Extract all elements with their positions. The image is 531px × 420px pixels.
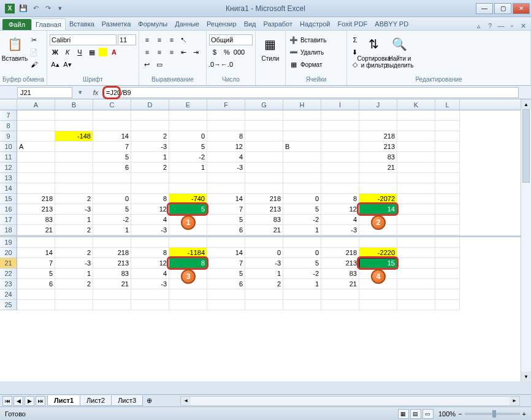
row-header[interactable]: 25 xyxy=(0,300,17,310)
cell[interactable]: -3 xyxy=(245,258,283,269)
font-size-select[interactable]: 11 xyxy=(118,34,136,45)
cell[interactable]: 6 xyxy=(93,162,131,173)
cell[interactable] xyxy=(359,215,397,225)
cell[interactable]: 2 xyxy=(55,194,93,204)
cell[interactable] xyxy=(55,237,93,248)
cell[interactable] xyxy=(245,183,283,194)
cell[interactable] xyxy=(359,269,397,279)
cell[interactable] xyxy=(283,300,321,310)
column-header[interactable]: H xyxy=(283,99,321,110)
cell[interactable]: 5 xyxy=(93,152,131,162)
row-header[interactable]: 18 xyxy=(0,225,17,235)
cell[interactable] xyxy=(359,279,397,289)
cell[interactable] xyxy=(17,300,55,310)
formula-input[interactable]: =J20/B9 xyxy=(103,87,519,98)
cell[interactable]: 218 xyxy=(321,248,359,258)
cell[interactable] xyxy=(397,237,435,248)
cell[interactable]: -2 xyxy=(283,215,321,225)
scroll-thumb[interactable] xyxy=(522,109,530,183)
cell[interactable] xyxy=(435,121,460,131)
row-header[interactable]: 17 xyxy=(0,215,17,225)
cell[interactable] xyxy=(245,173,283,183)
cell[interactable]: 7 xyxy=(207,258,245,269)
cell[interactable]: 213 xyxy=(17,204,55,215)
cell[interactable]: 8 xyxy=(131,194,169,204)
cell[interactable]: 6 xyxy=(17,279,55,289)
cell[interactable] xyxy=(207,183,245,194)
cell[interactable] xyxy=(17,121,55,131)
cell[interactable] xyxy=(397,142,435,152)
cell[interactable]: 83 xyxy=(321,269,359,279)
cell[interactable]: -2220 xyxy=(359,248,397,258)
cell[interactable] xyxy=(169,279,207,289)
fx-icon[interactable]: fx xyxy=(88,89,103,96)
cell[interactable]: 14 xyxy=(17,248,55,258)
cell[interactable] xyxy=(283,110,321,121)
cut-icon[interactable]: ✂ xyxy=(28,34,39,45)
align-bottom-icon[interactable]: ≡ xyxy=(166,34,177,45)
cell[interactable]: 213 xyxy=(321,258,359,269)
cell[interactable] xyxy=(435,269,460,279)
cell[interactable] xyxy=(435,300,460,310)
doc-minimize-icon[interactable]: — xyxy=(497,22,505,30)
cell[interactable] xyxy=(397,173,435,183)
cell[interactable]: 1 xyxy=(55,215,93,225)
help-icon[interactable]: ? xyxy=(486,22,494,30)
cell[interactable] xyxy=(283,162,321,173)
cell[interactable]: -3 xyxy=(131,225,169,235)
name-box[interactable]: J21 xyxy=(17,87,72,98)
cell[interactable] xyxy=(245,142,283,152)
sheet-nav-next-icon[interactable]: ▶ xyxy=(25,396,34,406)
column-header[interactable]: J xyxy=(359,99,397,110)
column-headers[interactable]: ABCDEFGHIJKL xyxy=(0,99,531,110)
cell[interactable] xyxy=(93,121,131,131)
cell[interactable] xyxy=(359,237,397,248)
tab-формулы[interactable]: Формулы xyxy=(134,18,171,30)
cell[interactable] xyxy=(435,289,460,300)
row-header[interactable]: 15 xyxy=(0,194,17,204)
zoom-out-icon[interactable]: − xyxy=(458,410,462,418)
name-box-dropdown-icon[interactable]: ▾ xyxy=(75,87,86,98)
cell[interactable]: 218 xyxy=(17,194,55,204)
cell[interactable] xyxy=(245,289,283,300)
cell[interactable]: 7 xyxy=(207,204,245,215)
bold-button[interactable]: Ж xyxy=(50,47,61,58)
cell[interactable] xyxy=(321,173,359,183)
grid[interactable]: ABCDEFGHIJKL 789-1481420821810A7-3512B21… xyxy=(0,99,531,381)
align-right-icon[interactable]: ≡ xyxy=(166,47,177,58)
cell[interactable] xyxy=(55,162,93,173)
cell[interactable] xyxy=(397,204,435,215)
cell[interactable] xyxy=(245,300,283,310)
cell[interactable] xyxy=(93,237,131,248)
cell[interactable]: 83 xyxy=(17,215,55,225)
minimize-button[interactable]: — xyxy=(476,3,493,14)
cell[interactable] xyxy=(435,204,460,215)
tab-данные[interactable]: Данные xyxy=(171,18,203,30)
scroll-down-icon[interactable]: ▼ xyxy=(521,372,531,381)
cell[interactable] xyxy=(169,183,207,194)
cell[interactable] xyxy=(131,289,169,300)
cell[interactable] xyxy=(169,215,207,225)
dec-decimal-icon[interactable]: ←.0 xyxy=(221,59,232,70)
cell[interactable] xyxy=(55,110,93,121)
align-center-icon[interactable]: ≡ xyxy=(154,47,165,58)
inc-decimal-icon[interactable]: .0→ xyxy=(209,59,220,70)
cell[interactable] xyxy=(359,289,397,300)
doc-close-icon[interactable]: ✕ xyxy=(519,22,527,30)
cell[interactable]: -2 xyxy=(283,269,321,279)
cell[interactable]: 14 xyxy=(207,248,245,258)
cell[interactable] xyxy=(359,225,397,235)
cell[interactable] xyxy=(321,300,359,310)
cell[interactable]: 12 xyxy=(131,204,169,215)
tab-вид[interactable]: Вид xyxy=(240,18,260,30)
cell[interactable] xyxy=(17,183,55,194)
cell[interactable] xyxy=(435,215,460,225)
indent-dec-icon[interactable]: ⇤ xyxy=(178,47,189,58)
cell[interactable]: 8 xyxy=(131,248,169,258)
cell[interactable] xyxy=(245,162,283,173)
cell[interactable] xyxy=(321,131,359,142)
cell[interactable] xyxy=(397,225,435,235)
cell[interactable] xyxy=(397,215,435,225)
cell[interactable]: 4 xyxy=(131,269,169,279)
cell[interactable] xyxy=(245,152,283,162)
